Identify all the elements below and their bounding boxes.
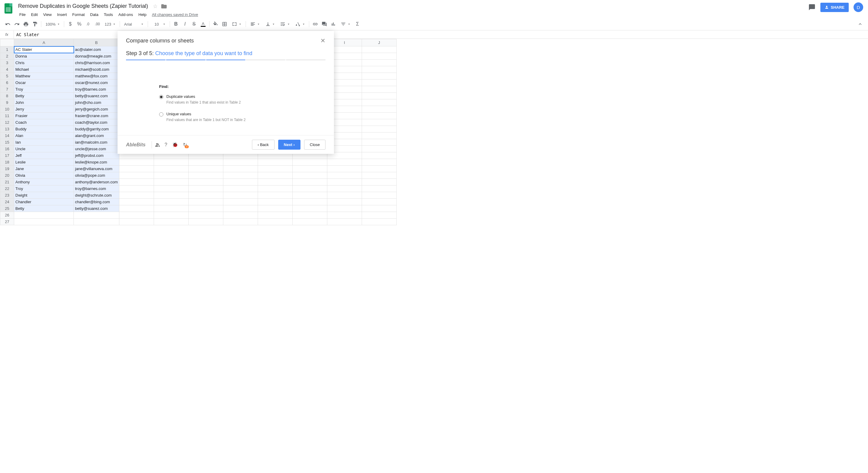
cell[interactable]: michael@scott.com <box>74 66 119 73</box>
row-header[interactable]: 15 <box>0 139 14 146</box>
cell[interactable] <box>362 66 396 73</box>
cell[interactable] <box>327 199 362 205</box>
cell[interactable] <box>327 212 362 218</box>
cell[interactable] <box>362 46 396 53</box>
cell[interactable] <box>154 205 188 212</box>
bold-button[interactable]: B <box>172 20 180 28</box>
collapse-toolbar-button[interactable] <box>856 20 864 28</box>
print-button[interactable] <box>22 20 30 28</box>
cell[interactable] <box>154 172 188 179</box>
cell[interactable] <box>362 179 396 185</box>
zoom-select[interactable]: 100%▼ <box>43 21 62 28</box>
cell[interactable]: ac@slater.com <box>74 46 119 53</box>
cell[interactable] <box>119 199 154 205</box>
strikethrough-button[interactable]: S <box>190 20 198 28</box>
cell[interactable] <box>154 192 188 199</box>
row-header[interactable]: 7 <box>0 86 14 93</box>
cell[interactable] <box>188 192 223 199</box>
cell[interactable] <box>327 172 362 179</box>
cell[interactable] <box>292 192 327 199</box>
row-header[interactable]: 26 <box>0 212 14 218</box>
wrap-button[interactable]: ▼ <box>278 20 292 28</box>
cell[interactable]: Coach <box>14 119 74 126</box>
merge-button[interactable]: ▼ <box>229 20 244 28</box>
cell[interactable]: matthew@fox.com <box>74 73 119 79</box>
cell[interactable] <box>327 185 362 192</box>
cell[interactable] <box>188 166 223 172</box>
menu-view[interactable]: View <box>41 11 54 18</box>
row-header[interactable]: 2 <box>0 53 14 60</box>
cell[interactable] <box>327 159 362 166</box>
cell[interactable]: Oscar <box>14 79 74 86</box>
cell[interactable]: Dwight <box>14 192 74 199</box>
percent-button[interactable]: % <box>75 20 84 28</box>
row-header[interactable]: 14 <box>0 133 14 139</box>
cell[interactable] <box>188 212 223 218</box>
row-header[interactable]: 6 <box>0 79 14 86</box>
row-header[interactable]: 12 <box>0 119 14 126</box>
cell[interactable]: oscar@nunez.com <box>74 79 119 86</box>
dialog-close-button[interactable]: ✕ <box>320 37 326 44</box>
cell[interactable] <box>362 153 396 159</box>
cell[interactable] <box>362 218 396 225</box>
back-button[interactable]: ‹ Back <box>252 140 275 149</box>
cell[interactable] <box>362 172 396 179</box>
cell[interactable] <box>119 179 154 185</box>
cell[interactable] <box>188 218 223 225</box>
cell[interactable] <box>362 133 396 139</box>
cell[interactable] <box>258 185 292 192</box>
cell[interactable]: Jane <box>14 166 74 172</box>
cell[interactable] <box>154 166 188 172</box>
cell[interactable] <box>258 205 292 212</box>
cell[interactable] <box>362 192 396 199</box>
cell[interactable] <box>362 199 396 205</box>
select-all-corner[interactable] <box>0 39 14 46</box>
row-header[interactable]: 25 <box>0 205 14 212</box>
star-icon[interactable]: ☆ <box>153 3 158 10</box>
cell[interactable] <box>258 159 292 166</box>
cell[interactable] <box>154 218 188 225</box>
cell[interactable] <box>327 192 362 199</box>
user-avatar[interactable]: D <box>854 2 863 12</box>
cell[interactable] <box>362 99 396 106</box>
cell[interactable] <box>223 199 258 205</box>
cell[interactable] <box>154 212 188 218</box>
cell[interactable]: troy@barnes.com <box>74 185 119 192</box>
next-button[interactable]: Next › <box>278 140 301 149</box>
row-header[interactable]: 16 <box>0 146 14 153</box>
row-header[interactable]: 27 <box>0 218 14 225</box>
cell[interactable]: Troy <box>14 86 74 93</box>
menu-help[interactable]: Help <box>136 11 149 18</box>
cell[interactable] <box>119 192 154 199</box>
cell[interactable] <box>119 166 154 172</box>
cell[interactable] <box>119 159 154 166</box>
cell[interactable] <box>362 73 396 79</box>
cell[interactable] <box>292 185 327 192</box>
undo-button[interactable] <box>4 20 12 28</box>
chart-button[interactable] <box>329 20 338 28</box>
paint-format-button[interactable] <box>31 20 39 28</box>
cell[interactable] <box>362 212 396 218</box>
cell[interactable] <box>362 185 396 192</box>
help-icon[interactable]: ? <box>164 142 167 147</box>
cell[interactable] <box>223 212 258 218</box>
cell[interactable] <box>223 205 258 212</box>
bug-icon[interactable]: 🐞 <box>172 142 178 147</box>
cell[interactable] <box>258 192 292 199</box>
cell[interactable]: Ian <box>14 139 74 146</box>
cell[interactable]: Buddy <box>14 126 74 133</box>
cell[interactable] <box>292 212 327 218</box>
cell[interactable] <box>362 53 396 60</box>
redo-button[interactable] <box>13 20 21 28</box>
italic-button[interactable]: I <box>181 20 189 28</box>
cell[interactable] <box>154 199 188 205</box>
col-header-B[interactable]: B <box>74 39 119 46</box>
row-header[interactable]: 21 <box>0 179 14 185</box>
borders-button[interactable] <box>220 20 229 28</box>
cell[interactable] <box>362 205 396 212</box>
cell[interactable] <box>119 205 154 212</box>
col-header-A[interactable]: A <box>14 39 74 46</box>
cell[interactable]: uncle@jesse.com <box>74 146 119 153</box>
cell[interactable] <box>14 218 74 225</box>
link-button[interactable] <box>311 20 319 28</box>
